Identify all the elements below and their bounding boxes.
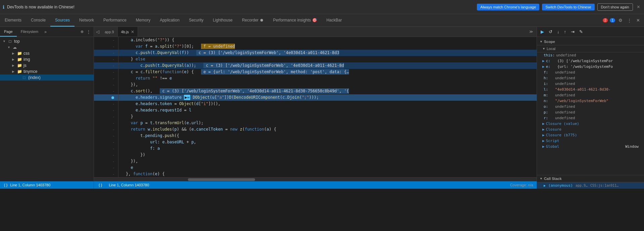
add-folder-button[interactable]: ⊕ <box>79 28 85 35</box>
tree-arrow-top: ▼ <box>3 40 7 43</box>
editor-tabs-more[interactable]: ≫ <box>528 28 535 35</box>
scope-l: l: "4e030d14-a011-4621-8d30- <box>537 87 644 92</box>
code-line: - e.headers.token = Object(d["i"])(), <box>94 101 537 107</box>
horizontal-scrollbar[interactable] <box>94 177 537 181</box>
callstack-section-header[interactable]: ▼ Call Stack <box>537 175 644 182</box>
editor-tab-4bjs[interactable]: 4b.js ✕ <box>118 27 138 37</box>
tree-label-js: js <box>23 63 27 68</box>
scope-f: f: undefined <box>537 70 644 75</box>
tree-arrow-tinymce: ▶ <box>12 70 17 73</box>
code-line: - url: e.baseURL + p, <box>94 139 537 145</box>
editor-back-button[interactable]: ◁ <box>94 27 101 37</box>
tab-hackbar[interactable]: HackBar <box>322 14 347 27</box>
callstack-item-anonymous[interactable]: ▶ (anonymous) app.9… CSS:js:1an911… <box>537 182 644 189</box>
scope-val-n: "/web/loginSystemForWeb" <box>555 99 608 103</box>
closure-plain-label: Closure <box>546 127 561 132</box>
pretty-print-btn[interactable]: { } <box>97 182 103 188</box>
tree-label-top: top <box>14 39 20 44</box>
resume-button[interactable]: ▶ <box>539 28 546 35</box>
scope-i: i: undefined <box>537 81 644 87</box>
closure-plain[interactable]: ▶ Closure <box>537 127 644 132</box>
code-content: - a.includes("?")) { - var f = a.split("… <box>94 37 537 177</box>
scope-c-expand[interactable]: ▶ c: (3) ['/web/loginSystemFor <box>537 58 644 64</box>
close-tab-4bjs[interactable]: ✕ <box>131 30 134 34</box>
scope-n: n: "/web/loginSystemForWeb" <box>537 98 644 104</box>
tree-item-cloud[interactable]: ▼ ☁ <box>0 44 94 50</box>
sidebar-more-button[interactable]: ⋮ <box>85 28 92 36</box>
scope-key-p: p: <box>544 110 554 114</box>
step-into-button[interactable]: ↓ <box>555 28 561 35</box>
global-closure[interactable]: ▶ Global Window <box>537 144 644 149</box>
code-line: - var f = a.split("?")[0]; f = undefined <box>94 43 537 50</box>
folder-icon-img: 📁 <box>17 57 22 62</box>
tree-item-tinymce[interactable]: ▶ 📁 tinymce <box>0 68 94 75</box>
coverage-status: Coverage: n/a <box>510 183 533 187</box>
tab-sources[interactable]: Sources <box>50 14 75 27</box>
code-container[interactable]: - a.includes("?")) { - var f = a.split("… <box>94 37 537 177</box>
code-line: - e <box>94 165 537 171</box>
code-line: - f: a <box>94 145 537 152</box>
tab-console[interactable]: Console <box>26 14 50 27</box>
tree-item-js[interactable]: ▶ 📁 js <box>0 62 94 68</box>
closure-value[interactable]: ▶ Closure (value) <box>537 121 644 127</box>
tab-performance[interactable]: Performance <box>99 14 131 27</box>
editor-tab-app9[interactable]: app.9 <box>101 27 118 37</box>
code-line: - return w.includes(p) && (e.cancelToken… <box>94 126 537 133</box>
editor-tab-app9-label: app.9 <box>105 30 114 34</box>
tree-arrow-cloud: ▼ <box>7 46 12 49</box>
deactivate-breakpoints-button[interactable]: ✎ <box>578 28 585 35</box>
more-tools-button[interactable]: ⋮ <box>626 16 633 24</box>
tab-security[interactable]: Security <box>184 14 208 27</box>
tab-elements[interactable]: Elements <box>0 14 26 27</box>
scope-key-i: i: <box>544 82 554 86</box>
dont-show-again-button[interactable]: Don't show again <box>597 3 633 11</box>
scope-o: o: undefined <box>537 104 644 109</box>
tab-performance-insights[interactable]: Performance insights 🎯 <box>268 14 322 27</box>
h-scroll-thumb[interactable] <box>188 178 255 181</box>
notification-close-button[interactable]: × <box>636 4 641 10</box>
code-line: - }, function(e) { <box>94 171 537 177</box>
scope-section-label: Scope <box>544 40 555 44</box>
settings-button[interactable]: ⚙ <box>617 16 624 24</box>
tree-item-index[interactable]: □ (index) <box>0 75 94 81</box>
tab-memory[interactable]: Memory <box>131 14 155 27</box>
panel-tab-page[interactable]: Page <box>0 27 17 37</box>
tree-item-top[interactable]: ▼ □ top <box>0 38 94 44</box>
step-button[interactable]: ⇥ <box>569 28 576 35</box>
scope-val-c: (3) ['/web/loginSystemFor <box>557 59 613 63</box>
close-devtools-button[interactable]: ✕ <box>635 16 641 24</box>
tab-lighthouse[interactable]: Lighthouse <box>208 14 237 27</box>
scope-val-this: undefined <box>556 53 576 57</box>
scope-e-expand[interactable]: ▶ e: {url: '/web/loginSystemFo <box>537 64 644 70</box>
switch-chinese-button[interactable]: Switch DevTools to Chinese <box>542 4 594 10</box>
tree-item-css[interactable]: ▶ 📁 css <box>0 50 94 56</box>
script-closure[interactable]: ▶ Script <box>537 138 644 144</box>
tree-item-img[interactable]: ▶ 📁 img <box>0 56 94 62</box>
code-line: - c.sort(), c = (3) ['/web/loginSystemFo… <box>94 88 537 94</box>
scope-val-e: {url: '/web/loginSystemFo <box>557 64 613 69</box>
closure-value-label: Closure (value) <box>546 122 579 126</box>
tree-label-index: (index) <box>28 75 41 80</box>
tab-network[interactable]: Network <box>75 14 99 27</box>
closure-b775[interactable]: ▶ Closure (b775) <box>537 132 644 138</box>
folder-icon-css: 📁 <box>17 51 22 56</box>
step-over-button[interactable]: ↺ <box>547 28 554 35</box>
scope-key-l: l: <box>544 87 554 92</box>
main-tab-bar: Elements Console Sources Network Perform… <box>0 14 644 27</box>
right-panel: ▶ ↺ ↓ ↑ ⇥ ✎ ▼ Scope ▼ Local this: undefi… <box>537 27 644 189</box>
tab-application[interactable]: Application <box>155 14 184 27</box>
scope-h: h: undefined <box>537 75 644 81</box>
tab-recorder[interactable]: Recorder ⏺ <box>237 14 268 27</box>
pretty-print-button[interactable]: { } <box>3 182 9 188</box>
scope-key-this: this: <box>544 53 555 57</box>
code-line: - return "" !== e <box>94 75 537 82</box>
script-label: Script <box>546 139 559 143</box>
step-out-button[interactable]: ↑ <box>562 28 568 35</box>
panel-tab-more[interactable]: » <box>42 27 49 37</box>
scope-section-header[interactable]: ▼ Scope <box>537 38 644 45</box>
panel-tab-filesystem[interactable]: Filesystem <box>17 27 43 37</box>
local-section-header[interactable]: ▼ Local <box>537 45 644 52</box>
match-language-button[interactable]: Always match Chrome's language <box>477 4 539 10</box>
code-line: - var p = t.transformUrl(e.url); <box>94 120 537 126</box>
callstack-loc-1: app.9… <box>576 184 588 187</box>
